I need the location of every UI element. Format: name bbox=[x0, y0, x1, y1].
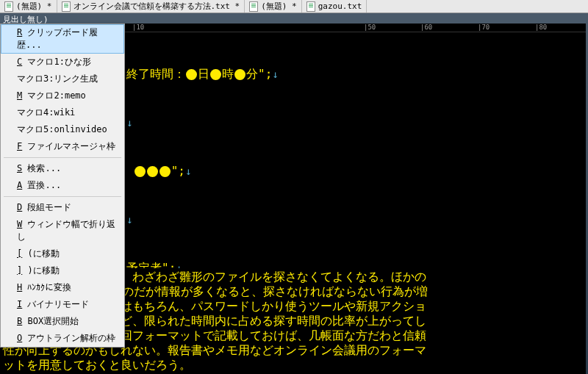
tab-gazou[interactable]: gazou.txt bbox=[302, 0, 368, 12]
menu-column-mode[interactable]: D 段組モード bbox=[1, 199, 124, 216]
menu-file-manager[interactable]: F ファイルマネージャ枠 bbox=[1, 138, 124, 155]
window-title: 見出し無し) bbox=[0, 13, 588, 24]
menu-clipboard-history[interactable]: R クリップボード履歴... bbox=[1, 24, 124, 54]
menu-macro4[interactable]: マクロ4:wiki bbox=[1, 104, 124, 121]
tab-untitled-2[interactable]: (無題) * bbox=[245, 0, 302, 12]
menu-separator bbox=[4, 196, 121, 197]
file-icon bbox=[4, 1, 13, 12]
tab-online-meeting[interactable]: オンライン会議で信頼を構築する方法.txt * bbox=[57, 0, 245, 12]
tab-bar: (無題) * オンライン会議で信頼を構築する方法.txt * (無題) * ga… bbox=[0, 0, 588, 13]
menu-macro2[interactable]: M マクロ2:memo bbox=[1, 87, 124, 104]
file-icon bbox=[62, 1, 71, 12]
menu-box-select[interactable]: B BOX選択開始 bbox=[1, 313, 124, 330]
menu-move-close-paren[interactable]: ] )に移動 bbox=[1, 262, 124, 279]
menu-replace[interactable]: A 置換... bbox=[1, 177, 124, 194]
menu-search[interactable]: S 検索... bbox=[1, 160, 124, 177]
context-menu: R クリップボード履歴... C マクロ1:ひな形 マクロ3:リンク生成 M マ… bbox=[0, 24, 125, 348]
menu-separator bbox=[4, 157, 121, 158]
menu-outline[interactable]: O アウトライン解析の枠 bbox=[1, 330, 124, 347]
menu-macro5[interactable]: マクロ5:onlinvideo bbox=[1, 121, 124, 138]
menu-binary-mode[interactable]: I バイナリモード bbox=[1, 296, 124, 313]
menu-window-wrap[interactable]: W ウィンドウ幅で折り返し bbox=[1, 216, 124, 245]
menu-move-open-paren[interactable]: [ (に移動 bbox=[1, 245, 124, 262]
menu-macro3[interactable]: マクロ3:リンク生成 bbox=[1, 71, 124, 87]
tab-untitled-1[interactable]: (無題) * bbox=[0, 0, 57, 12]
menu-hankaku-convert[interactable]: H ﾊﾝｶｸに変換 bbox=[1, 279, 124, 296]
file-icon bbox=[306, 1, 315, 12]
menu-macro1[interactable]: C マクロ1:ひな形 bbox=[1, 54, 124, 71]
file-icon bbox=[249, 1, 258, 12]
